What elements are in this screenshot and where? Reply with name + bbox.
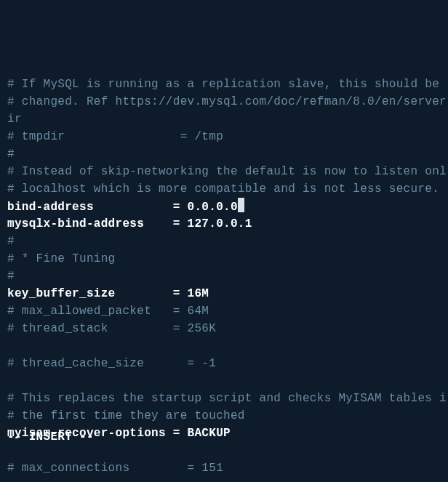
- comment-text: #: [7, 235, 15, 248]
- comment-text: # thread_stack = 256K: [7, 322, 216, 335]
- comment-text: # This replaces the startup script and c…: [7, 392, 447, 405]
- equals-sign: =: [173, 427, 188, 440]
- editor-line[interactable]: [7, 372, 448, 390]
- equals-sign: =: [173, 287, 188, 300]
- equals-sign: =: [173, 217, 188, 230]
- config-key: key_buffer_size: [7, 287, 173, 300]
- comment-text: # localhost which is more compatible and…: [7, 182, 439, 196]
- editor-line[interactable]: ir: [7, 111, 448, 128]
- editor-line[interactable]: # localhost which is more compatible and…: [7, 180, 448, 198]
- comment-text: # thread_cache_size = -1: [7, 357, 216, 370]
- editor-line[interactable]: #: [7, 268, 448, 285]
- editor-line[interactable]: # changed. Ref https://dev.mysql.com/doc…: [7, 93, 448, 111]
- editor-line[interactable]: # max_allowed_packet = 64M: [7, 302, 448, 320]
- comment-text: # changed. Ref https://dev.mysql.com/doc…: [7, 95, 447, 108]
- config-value: 0.0.0.0: [188, 201, 238, 214]
- editor-line[interactable]: # the first time they are touched: [7, 407, 448, 425]
- comment-text: # max_connections = 151: [7, 462, 223, 475]
- editor-line[interactable]: [7, 337, 448, 355]
- config-key: mysqlx-bind-address: [7, 217, 173, 230]
- editor-line[interactable]: #: [7, 233, 448, 250]
- config-value: 127.0.0.1: [188, 217, 252, 230]
- vim-status-bar: -- INSERT --: [7, 428, 94, 446]
- config-value: BACKUP: [188, 427, 231, 440]
- comment-text: ir: [7, 113, 22, 126]
- config-key: bind-address: [7, 201, 173, 214]
- comment-text: # the first time they are touched: [7, 409, 245, 422]
- equals-sign: =: [173, 201, 188, 214]
- editor-line[interactable]: # max_connections = 151: [7, 459, 448, 477]
- comment-text: # max_allowed_packet = 64M: [7, 305, 209, 318]
- editor-line[interactable]: # Instead of skip-networking the default…: [7, 163, 448, 180]
- editor-line[interactable]: # If MySQL is running as a replication s…: [7, 76, 448, 93]
- text-cursor: [238, 198, 244, 212]
- editor-line[interactable]: # This replaces the startup script and c…: [7, 390, 448, 407]
- comment-text: # Instead of skip-networking the default…: [7, 165, 447, 178]
- editor-line[interactable]: # thread_cache_size = -1: [7, 355, 448, 372]
- editor-line[interactable]: # tmpdir = /tmp: [7, 128, 448, 145]
- comment-text: # * Fine Tuning: [7, 252, 116, 265]
- text-editor-content[interactable]: # If MySQL is running as a replication s…: [7, 76, 448, 477]
- editor-line[interactable]: #: [7, 145, 448, 163]
- config-value: 16M: [188, 287, 209, 300]
- editor-line[interactable]: # * Fine Tuning: [7, 250, 448, 268]
- comment-text: # tmpdir = /tmp: [7, 130, 223, 143]
- editor-line[interactable]: key_buffer_size = 16M: [7, 285, 448, 302]
- comment-text: #: [7, 270, 15, 283]
- comment-text: # If MySQL is running as a replication s…: [7, 78, 447, 91]
- editor-line[interactable]: bind-address = 0.0.0.0: [7, 198, 448, 215]
- comment-text: #: [7, 148, 15, 161]
- editor-line[interactable]: # thread_stack = 256K: [7, 320, 448, 337]
- editor-line[interactable]: mysqlx-bind-address = 127.0.0.1: [7, 215, 448, 233]
